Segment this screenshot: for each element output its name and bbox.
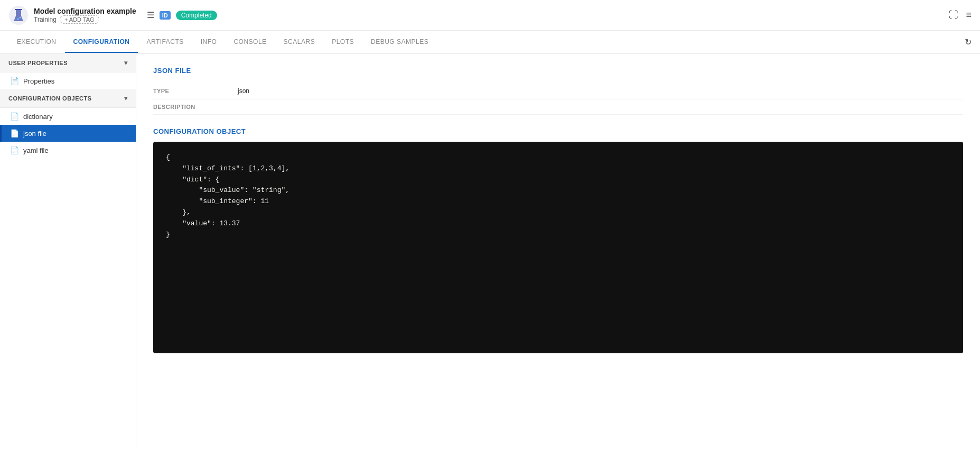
tab-info[interactable]: INFO xyxy=(192,32,226,53)
subtitle-row: Training + ADD TAG xyxy=(34,15,136,24)
properties-icon: 📄 xyxy=(10,77,19,85)
content-area: JSON FILE TYPE json DESCRIPTION CONFIGUR… xyxy=(136,54,980,449)
subtitle-text: Training xyxy=(34,16,57,23)
page-title: Model configuration example xyxy=(34,7,136,15)
tab-plots[interactable]: PLOTS xyxy=(323,32,362,53)
type-label: TYPE xyxy=(153,83,238,99)
expand-icon: ⛶ xyxy=(949,10,958,21)
sidebar-item-dictionary-label: dictionary xyxy=(23,113,53,121)
title-block: Model configuration example Training + A… xyxy=(34,7,136,24)
tab-artifacts[interactable]: ARTIFACTS xyxy=(138,32,192,53)
type-value: json xyxy=(238,83,963,99)
header: Model configuration example Training + A… xyxy=(0,0,980,31)
tab-execution[interactable]: EXECUTION xyxy=(8,32,65,53)
tab-configuration[interactable]: CONFIGURATION xyxy=(65,32,138,53)
yaml-file-icon: 📄 xyxy=(10,146,19,154)
code-block: { "list_of_ints": [1,2,3,4], "dict": { "… xyxy=(153,142,963,353)
logo xyxy=(8,5,29,25)
header-left-icons: ☰ ID Completed xyxy=(147,10,217,20)
tab-debug-samples[interactable]: DEBUG SAMPLES xyxy=(362,32,437,53)
description-icon-button[interactable]: ☰ xyxy=(147,10,154,20)
main-layout: USER PROPERTIES ▾ 📄 Properties CONFIGURA… xyxy=(0,54,980,449)
configuration-objects-header[interactable]: CONFIGURATION OBJECTS ▾ xyxy=(0,89,136,108)
sidebar-item-yaml-file[interactable]: 📄 yaml file xyxy=(0,142,136,159)
sidebar-item-properties-label: Properties xyxy=(23,77,54,85)
completed-badge: Completed xyxy=(176,11,217,20)
svg-point-2 xyxy=(20,16,21,18)
config-object-title: CONFIGURATION OBJECT xyxy=(153,127,963,135)
tab-console[interactable]: CONSOLE xyxy=(225,32,275,53)
sidebar: USER PROPERTIES ▾ 📄 Properties CONFIGURA… xyxy=(0,54,136,449)
refresh-icon: ↻ xyxy=(965,37,972,47)
user-properties-chevron: ▾ xyxy=(124,59,128,67)
user-properties-label: USER PROPERTIES xyxy=(8,60,68,66)
dictionary-icon: 📄 xyxy=(10,112,19,121)
description-label: DESCRIPTION xyxy=(153,99,238,115)
info-table: TYPE json DESCRIPTION xyxy=(153,83,963,115)
hamburger-icon: ≡ xyxy=(966,10,972,21)
description-value xyxy=(238,99,963,115)
svg-point-1 xyxy=(17,18,19,20)
refresh-button[interactable]: ↻ xyxy=(965,37,972,47)
nav-tabs: EXECUTION CONFIGURATION ARTIFACTS INFO C… xyxy=(0,31,980,54)
json-file-icon: 📄 xyxy=(10,129,19,138)
sidebar-item-yaml-file-label: yaml file xyxy=(23,146,49,154)
header-right-icons: ⛶ ≡ xyxy=(949,10,972,21)
sidebar-item-json-file[interactable]: 📄 json file xyxy=(0,125,136,142)
id-badge: ID xyxy=(160,11,171,20)
user-properties-header[interactable]: USER PROPERTIES ▾ xyxy=(0,54,136,72)
add-tag-button[interactable]: + ADD TAG xyxy=(60,15,99,24)
sidebar-item-properties[interactable]: 📄 Properties xyxy=(0,72,136,89)
description-icon: ☰ xyxy=(147,10,154,20)
configuration-objects-label: CONFIGURATION OBJECTS xyxy=(8,95,92,102)
json-file-section-title: JSON FILE xyxy=(153,67,963,75)
configuration-objects-chevron: ▾ xyxy=(124,95,128,102)
sidebar-item-json-file-label: json file xyxy=(23,130,46,138)
menu-icon-button[interactable]: ≡ xyxy=(966,10,972,21)
description-row: DESCRIPTION xyxy=(153,99,963,115)
sidebar-item-dictionary[interactable]: 📄 dictionary xyxy=(0,108,136,125)
type-row: TYPE json xyxy=(153,83,963,99)
tab-scalars[interactable]: SCALARS xyxy=(275,32,324,53)
expand-icon-button[interactable]: ⛶ xyxy=(949,10,958,21)
